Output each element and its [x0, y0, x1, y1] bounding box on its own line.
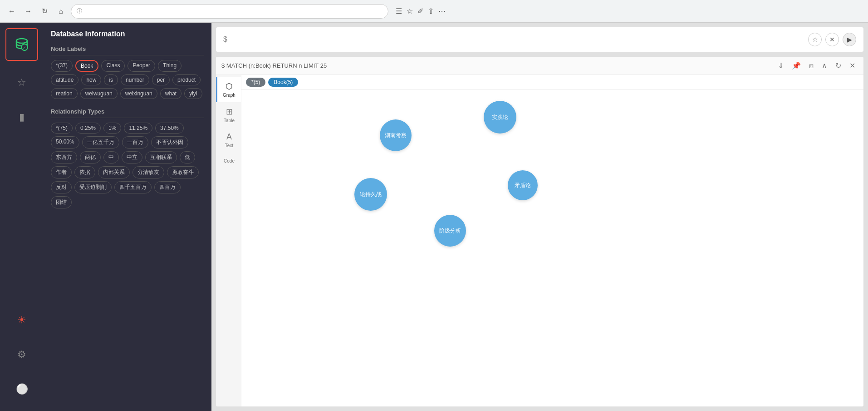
node-label-tag[interactable]: Class [101, 60, 125, 72]
rel-type-tag[interactable]: 中立 [122, 151, 142, 163]
browser-chrome: ← → ↻ ⌂ ⓘ localhost:7474/browser/ ☰ ☆ ✐ … [0, 0, 868, 23]
query-input[interactable] [232, 36, 804, 43]
svg-point-0 [16, 39, 27, 43]
node-label-tag[interactable]: product [172, 74, 201, 85]
query-close-button[interactable]: ✕ [825, 33, 839, 46]
rail-item-user[interactable]: ⚪ [5, 373, 38, 406]
share-button[interactable]: ⇧ [428, 7, 434, 15]
rel-type-tag[interactable]: 四百万 [154, 181, 181, 193]
node-label-tag[interactable]: reation [51, 88, 78, 99]
query-run-button[interactable]: ▶ [843, 33, 856, 46]
bookmark-star-button[interactable]: ☆ [407, 7, 413, 15]
close-result-button[interactable]: ✕ [847, 60, 858, 71]
rel-type-tag[interactable]: 0.25% [75, 123, 101, 134]
rel-type-tag[interactable]: 分清敌友 [132, 166, 164, 178]
rel-type-tag[interactable]: 37.50% [155, 123, 184, 134]
rel-type-tag[interactable]: 一亿五千万 [82, 136, 119, 149]
node-label-tag[interactable]: yiyi [184, 88, 202, 99]
rotate-button[interactable]: ↻ [833, 60, 844, 71]
rail-item-favorites[interactable]: ☆ [5, 66, 38, 99]
filter-tabs: *(5)Book(5) [241, 75, 863, 90]
node-label-tag[interactable]: Peoper [128, 60, 155, 72]
view-tab-label: Code [224, 158, 235, 163]
rel-type-tag[interactable]: 一百万 [122, 136, 148, 149]
rel-type-tag[interactable]: 11.25% [124, 123, 152, 134]
graph-node-node4[interactable]: 论持久战 [354, 178, 387, 211]
query-star-button[interactable]: ☆ [808, 33, 822, 46]
rel-type-tag[interactable]: 作者 [51, 166, 72, 178]
rel-type-tag[interactable]: 低 [180, 151, 195, 163]
rel-type-tag[interactable]: *(75) [51, 123, 73, 134]
filter-tab-book[interactable]: Book(5) [268, 78, 298, 87]
panel-title: Database Information [51, 30, 204, 38]
security-icon: ⓘ [77, 7, 82, 15]
rel-type-tag[interactable]: 内部关系 [98, 166, 130, 178]
home-button[interactable]: ⌂ [54, 5, 67, 18]
node-label-tag[interactable]: weiwuguan [80, 88, 118, 99]
forward-button[interactable]: → [22, 5, 34, 18]
icon-rail: ✓ ☆ ▮ ☀ ⚙ ⚪ [0, 23, 44, 411]
graph-node-node1[interactable]: 湖南考察 [380, 119, 412, 151]
pin-button[interactable]: 📌 [789, 60, 804, 71]
rel-type-tag[interactable]: 团结 [51, 196, 72, 208]
filter-tab-default[interactable]: *(5) [246, 78, 265, 87]
rel-type-tag[interactable]: 勇敢奋斗 [167, 166, 199, 178]
rel-type-tag[interactable]: 四千五百万 [114, 181, 152, 193]
rel-type-tag[interactable]: 中 [103, 151, 119, 163]
info-panel: Database Information Node Labels *(37)Bo… [44, 23, 211, 411]
view-tab-graph[interactable]: ⬡Graph [216, 77, 241, 102]
relationship-types-container: *(75)0.25%1%11.25%37.50%50.00%一亿五千万一百万不否… [51, 123, 204, 208]
node-label-tag[interactable]: attitude [51, 74, 78, 85]
rel-type-tag[interactable]: 互相联系 [145, 151, 177, 163]
node-label-tag[interactable]: how [81, 74, 101, 85]
view-tab-text[interactable]: AText [216, 128, 241, 153]
node-label-tag[interactable]: *(37) [51, 60, 73, 72]
rel-type-tag[interactable]: 反对 [51, 181, 72, 193]
view-tab-label: Text [225, 143, 233, 148]
collapse-button[interactable]: ∧ [819, 60, 830, 71]
download-button[interactable]: ⇓ [775, 60, 786, 71]
back-button[interactable]: ← [5, 5, 18, 18]
node-label-tag[interactable]: per [152, 74, 170, 85]
graph-canvas[interactable]: 湖南考察实践论矛盾论论持久战阶级分析 [241, 90, 863, 406]
node-label-tag[interactable]: is [104, 74, 118, 85]
rail-item-cloud[interactable]: ☀ [5, 304, 38, 337]
rail-item-database[interactable]: ✓ [5, 28, 38, 61]
profile-button[interactable]: ✐ [417, 7, 423, 15]
rail-item-docs[interactable]: ▮ [5, 101, 38, 134]
svg-text:✓: ✓ [23, 45, 26, 50]
relationship-types-title: Relationship Types [51, 108, 204, 118]
view-tab-table[interactable]: ⊞Table [216, 102, 241, 128]
rel-type-tag[interactable]: 两亿 [80, 151, 101, 163]
view-tab-label: Graph [223, 93, 235, 98]
graph-node-node5[interactable]: 阶级分析 [434, 215, 466, 247]
node-label-tag[interactable]: number [121, 74, 149, 85]
address-bar: ⓘ localhost:7474/browser/ [71, 4, 388, 19]
query-actions: ☆ ✕ ▶ [808, 33, 856, 46]
result-body: ⬡Graph⊞TableATextCode *(5)Book(5) 湖南考察实践… [216, 75, 863, 406]
table-icon: ⊞ [226, 107, 233, 117]
rel-type-tag[interactable]: 受压迫剥削 [74, 181, 112, 193]
graph-node-node3[interactable]: 矛盾论 [508, 170, 538, 200]
rel-type-tag[interactable]: 依据 [74, 166, 95, 178]
node-label-tag[interactable]: Book [75, 60, 98, 72]
node-label-tag[interactable]: weixinguan [120, 88, 157, 99]
fullscreen-button[interactable]: ⧈ [806, 60, 816, 71]
rel-type-tag[interactable]: 1% [103, 123, 121, 134]
refresh-button[interactable]: ↻ [38, 5, 51, 18]
result-header: $ MATCH (n:Book) RETURN n LIMIT 25 ⇓ 📌 ⧈… [216, 57, 863, 75]
text-icon: A [226, 132, 232, 142]
rel-type-tag[interactable]: 50.00% [51, 136, 79, 149]
rel-type-tag[interactable]: 东西方 [51, 151, 77, 163]
node-label-tag[interactable]: Thing [158, 60, 181, 72]
app-container: ✓ ☆ ▮ ☀ ⚙ ⚪ Database Information Node La… [0, 23, 868, 411]
url-input[interactable]: localhost:7474/browser/ [86, 8, 383, 15]
browser-actions: ☰ ☆ ✐ ⇧ ⋯ [396, 7, 446, 15]
rail-item-settings[interactable]: ⚙ [5, 338, 38, 371]
more-button[interactable]: ⋯ [438, 7, 446, 15]
node-label-tag[interactable]: what [160, 88, 181, 99]
graph-node-node2[interactable]: 实践论 [484, 101, 516, 134]
bookmarks-button[interactable]: ☰ [396, 7, 402, 15]
view-tab-code[interactable]: Code [216, 153, 241, 168]
rel-type-tag[interactable]: 不否认外因 [151, 136, 188, 149]
